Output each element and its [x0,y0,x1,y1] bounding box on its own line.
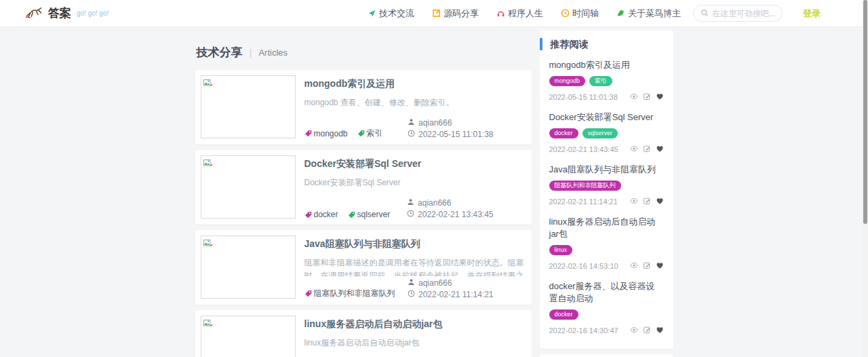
recommended-item-date: 2022-02-16 14:53:10 [549,262,618,270]
section-title: 技术分享 [197,45,243,60]
article-excerpt: mongodb 查看、创建、修改、删除索引。 [304,96,526,109]
person-icon [407,198,414,208]
tag-badge[interactable]: docker [549,128,578,138]
tag-label: mongodb [314,129,348,138]
section-head: 技术分享 | Articles [197,45,532,60]
recommended-item-date: 2022-05-15 11:01:38 [549,93,618,101]
article-tags: docker sqlserver [304,210,391,219]
broken-image-icon [203,238,213,250]
tag-badge[interactable]: 索引 [589,76,612,86]
article-tag[interactable]: 索引 [357,128,383,139]
edit-icon [643,324,651,337]
article-thumbnail[interactable] [201,236,296,299]
heart-icon[interactable] [656,195,664,208]
article-date: 2022-05-15 11:01:38 [418,130,494,139]
recommended-item-stats [630,260,664,272]
broken-image-icon [203,158,213,170]
article-tag[interactable]: mongodb [304,128,348,139]
heart-icon[interactable] [656,143,664,155]
recommended-item-date: 2022-02-21 13:43:45 [549,145,618,153]
article-tag[interactable]: sqlserver [348,210,391,219]
tag-icon [304,130,312,137]
article-tag[interactable]: docker [304,210,338,219]
article-card[interactable]: Docker安装部署Sql Server Docker安装部署Sql Serve… [195,150,532,225]
article-card[interactable]: Java阻塞队列与非阻塞队列 阻塞和非阻塞描述的是调用者在等待返回结果时的状态。… [195,230,532,305]
accent-bar [540,38,542,50]
article-title[interactable]: linux服务器启动后自动启动jar包 [304,318,526,331]
article-thumbnail[interactable] [201,75,296,138]
broken-image-icon [203,78,213,90]
login-button[interactable]: 登录 [803,7,821,20]
article-list: mongodb索引及运用 mongodb 查看、创建、修改、删除索引。 mong… [195,70,532,357]
tag-label: 索引 [367,128,383,139]
recommended-item-stats [630,324,664,337]
recommended-item-title[interactable]: Java阻塞队列与非阻塞队列 [549,164,664,176]
recommended-item-title[interactable]: mongodb索引及运用 [549,59,664,71]
nav-item-source-share[interactable]: 源码分享 [432,7,479,20]
tag-label: sqlserver [357,210,391,219]
tag-badge[interactable]: linux [549,245,573,255]
article-date: 2022-02-21 11:14:21 [418,290,494,299]
article-thumbnail[interactable] [201,316,296,357]
recommended-item-badges: linux [549,245,664,255]
article-date-row: 2022-05-15 11:01:38 [408,130,494,139]
heart-icon[interactable] [656,324,664,337]
nav-item-programmer-life[interactable]: 程序人生 [496,7,543,20]
article-thumbnail[interactable] [201,155,296,219]
recommended-item-date: 2022-02-21 11:14:21 [549,198,618,206]
edit-icon [643,195,651,208]
tag-badge[interactable]: sqlserver [583,128,618,138]
section-subtitle: Articles [258,48,288,58]
nav-item-timeline[interactable]: 时间轴 [561,7,599,20]
person-icon [408,278,415,288]
recommended-item-title[interactable]: linux服务器启动后自动启动jar包 [549,216,664,240]
clock-icon [408,290,415,299]
nav-item-tech-exchange[interactable]: 技术交流 [368,7,414,20]
article-author-row: aqian666 [408,118,494,128]
article-meta: aqian666 2022-02-21 13:43:45 [407,196,493,219]
recommended-title: 推荐阅读 [551,39,664,51]
article-body: linux服务器启动后自动启动jar包 linux服务器启动后自动启动jar包 [304,316,526,357]
recommended-item-footer: 2022-02-16 14:30:47 [549,324,664,337]
tag-label: 阻塞队列和非阻塞队列 [314,288,395,299]
article-title[interactable]: Docker安装部署Sql Server [304,158,526,170]
eye-icon [630,324,638,337]
search-input[interactable] [712,9,775,18]
recommended-item: mongodb索引及运用 mongodb索引 2022-05-15 11:01:… [549,55,664,107]
article-meta: aqian666 2022-05-15 11:01:38 [408,116,494,139]
recommended-card: 推荐阅读 mongodb索引及运用 mongodb索引 2022-05-15 1… [540,31,673,349]
article-title[interactable]: mongodb索引及运用 [304,78,526,90]
section-divider: | [250,47,252,58]
recommended-item-title[interactable]: Docker安装部署Sql Server [549,111,664,124]
running-horse-sketch-icon [24,5,43,22]
article-body: mongodb索引及运用 mongodb 查看、创建、修改、删除索引。 mong… [304,75,526,139]
article-date-row: 2022-02-21 11:14:21 [408,290,494,299]
article-card[interactable]: mongodb索引及运用 mongodb 查看、创建、修改、删除索引。 mong… [195,70,532,145]
bird-icon [616,9,625,18]
heart-icon[interactable] [656,260,664,272]
recommended-item-badges: 阻塞队列和非阻塞队列 [549,181,664,191]
scrollbar-thumb[interactable] [863,0,867,224]
dart-icon [368,9,376,18]
article-tag[interactable]: 阻塞队列和非阻塞队列 [304,288,395,299]
page-content: 技术分享 | Articles [195,27,673,357]
edit-icon [643,91,651,103]
article-card[interactable]: linux服务器启动后自动启动jar包 linux服务器启动后自动启动jar包 [195,310,532,357]
clock-icon [407,210,414,219]
headset-icon [496,9,505,18]
article-title[interactable]: Java阻塞队列与非阻塞队列 [304,238,526,250]
tag-badge[interactable]: 阻塞队列和非阻塞队列 [549,181,621,191]
share-icon [432,9,441,18]
article-date-row: 2022-02-21 13:43:45 [407,210,493,219]
nav-item-about-blogger[interactable]: 关于菜鸟博主 [616,7,681,20]
site-logo[interactable]: 答案 go! go! go! [24,5,108,22]
recommended-item-title[interactable]: docker服务器、以及容器设置自动启动 [549,280,664,305]
recommended-item-footer: 2022-02-16 14:53:10 [549,260,664,272]
broken-image-icon [203,318,213,330]
recommended-list: mongodb索引及运用 mongodb索引 2022-05-15 11:01:… [549,55,664,341]
heart-icon[interactable] [656,91,664,103]
recommended-item-stats [630,91,664,103]
tag-badge[interactable]: docker [549,309,578,320]
tag-badge[interactable]: mongodb [549,76,586,86]
recommended-item-badges: dockersqlserver [549,128,664,138]
